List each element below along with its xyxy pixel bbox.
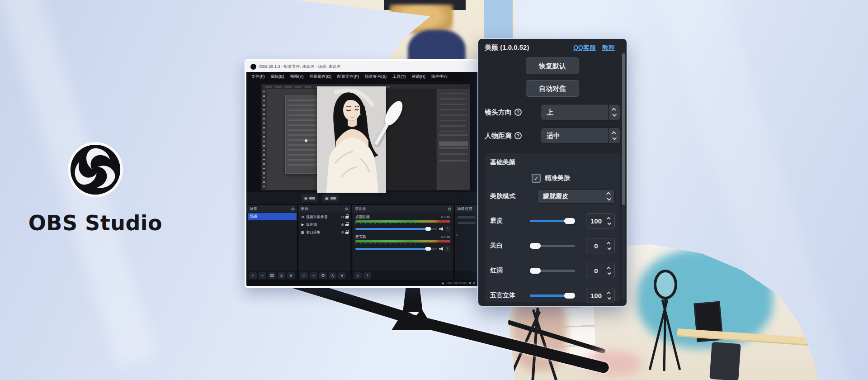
beauty-filter-panel: 美颜 (1.0.0.52) QQ客服 教程 恢复默认 自动对焦 镜头方向 ? 上… [478, 39, 627, 306]
gear-icon[interactable]: ⚙ [448, 207, 451, 211]
spin-arrows-icon[interactable] [606, 267, 612, 275]
volume-slider[interactable] [355, 248, 437, 250]
visibility-icon[interactable]: ⊙ [341, 223, 344, 227]
sources-dock: 来源⚙ ⊛ 视频采集设备 ⊙ ▶ 媒体源 ⊙ ▦ [298, 205, 351, 280]
spin-arrows-icon[interactable] [606, 292, 612, 299]
source-row[interactable]: ⊛ 视频采集设备 ⊙ [299, 213, 350, 221]
autofocus-button[interactable]: 自动对焦 [526, 80, 579, 97]
decor-chair-back [209, 43, 248, 87]
move-down-icon[interactable]: ∨ [287, 272, 295, 279]
filter-icon[interactable]: ▤ [268, 272, 276, 279]
qq-support-link[interactable]: QQ客服 [573, 44, 596, 52]
volume-fill [355, 248, 428, 250]
spin-value: 100 [586, 292, 606, 299]
slider-track[interactable] [530, 245, 575, 247]
value-spinbox[interactable]: 100 [586, 288, 615, 303]
slider-handle[interactable] [564, 293, 575, 299]
mixer-dock: 混音器⚙ 桌面音频 0.0 dB [352, 205, 453, 280]
slider-handle[interactable] [530, 268, 541, 274]
remove-icon[interactable]: − [310, 272, 317, 279]
panel-scrollbar[interactable] [622, 52, 625, 299]
speaker-icon[interactable] [439, 247, 443, 251]
value-spinbox[interactable]: 0 [586, 263, 615, 278]
slider-handle[interactable] [564, 218, 575, 224]
volume-slider[interactable] [355, 228, 437, 230]
value-spinbox[interactable]: 100 [586, 213, 615, 228]
speaker-icon[interactable] [439, 227, 443, 231]
obs-docks: 场景⚙ 场景 +−▤∧∨ 来源⚙ ⊛ 视频采集设备 ⊙ [246, 204, 479, 280]
slider-track[interactable] [530, 294, 575, 297]
advanced-audio-icon[interactable]: = [354, 272, 362, 279]
precise-skin-checkbox[interactable]: ✓ [532, 174, 541, 183]
spin-arrows-icon[interactable] [606, 217, 612, 225]
camera-direction-select[interactable]: 上 [541, 104, 620, 120]
slider-label: 五官立体 [490, 291, 530, 299]
menu-item[interactable]: 帮助(H) [412, 74, 426, 80]
source-row[interactable]: ▦ 窗口采集 ⊙ [299, 228, 350, 236]
scrollbar-thumb[interactable] [622, 53, 625, 205]
obs-branding: OBS Studio [18, 141, 173, 235]
editor-side-panels [436, 89, 470, 190]
slider-fill [530, 294, 570, 297]
slider-track[interactable] [530, 270, 575, 272]
source-row[interactable]: ▶ 媒体源 ⊙ [299, 221, 350, 228]
menu-item[interactable]: 停靠部件(D) [310, 74, 332, 80]
decor-ring-light [654, 270, 677, 299]
add-icon[interactable]: + [249, 272, 257, 279]
add-icon[interactable]: + [300, 272, 308, 279]
menu-item[interactable]: 插件中心 [431, 74, 448, 80]
more-icon[interactable]: ⋮ [363, 272, 371, 279]
mixer-toolbar: =⋮ [352, 271, 453, 280]
paintbrush-graphic [370, 95, 406, 154]
move-down-icon[interactable]: ∨ [338, 272, 346, 279]
group-title: 基础美颜 [490, 158, 615, 166]
spin-arrows-icon[interactable] [606, 242, 612, 250]
channel-menu-button[interactable]: ⋮ [445, 246, 450, 252]
move-up-icon[interactable]: ∧ [278, 272, 285, 279]
restore-defaults-button[interactable]: 恢复默认 [526, 57, 579, 74]
visibility-icon[interactable]: ⊙ [341, 215, 344, 219]
slider-handle[interactable] [530, 243, 541, 249]
beauty-panel-header: 美颜 (1.0.0.52) QQ客服 教程 [485, 43, 620, 52]
help-icon[interactable]: ? [514, 132, 522, 139]
app-name: OBS Studio [18, 211, 173, 235]
source-label: 窗口采集 [306, 230, 340, 235]
menu-item[interactable]: 工具(T) [392, 74, 406, 80]
slider-fill [530, 220, 570, 222]
slider-track[interactable] [530, 220, 575, 222]
scene-row[interactable]: 场景 [248, 213, 297, 220]
skin-mode-select[interactable]: 朦胧磨皮 [537, 189, 615, 204]
visibility-icon[interactable]: ⊙ [341, 230, 344, 234]
properties-icon[interactable]: ⚙ [319, 272, 327, 279]
tutorial-link[interactable]: 教程 [602, 44, 615, 52]
gear-icon[interactable]: ⚙ [345, 207, 349, 211]
spin-value: 0 [586, 242, 606, 250]
layout-button[interactable]: ▣ [322, 194, 339, 202]
menu-item[interactable]: 视图(V) [290, 74, 304, 80]
stats-icon [473, 282, 475, 284]
menu-item[interactable]: 配置文件(P) [337, 74, 359, 80]
gear-icon[interactable]: ⚙ [291, 207, 295, 211]
help-icon[interactable]: ? [514, 109, 522, 116]
pin-button[interactable]: ◉ [302, 194, 318, 202]
remove-icon[interactable]: − [259, 272, 266, 279]
volume-handle[interactable] [425, 247, 431, 251]
menu-item[interactable]: 编辑(E) [271, 74, 284, 80]
select-value: 适中 [547, 132, 560, 140]
channel-menu-button[interactable]: ⋮ [445, 226, 450, 232]
move-up-icon[interactable]: ∧ [329, 272, 336, 279]
media-icon: ▶ [301, 223, 305, 227]
lock-icon[interactable] [345, 224, 349, 226]
menu-item[interactable]: 文件(F) [251, 74, 265, 80]
person-distance-select[interactable]: 适中 [541, 128, 620, 144]
menu-item[interactable]: 场景集合(S) [365, 74, 387, 80]
transitions-dock: 场景过渡 ‹ [455, 205, 478, 280]
skin-mode-row: 美肤模式 朦胧磨皮 [490, 189, 615, 204]
spin-value: 0 [586, 267, 606, 275]
value-spinbox[interactable]: 0 [586, 238, 615, 253]
lock-icon[interactable] [345, 232, 349, 234]
lock-icon[interactable] [345, 216, 349, 218]
collapse-icon[interactable]: ‹ [456, 232, 458, 238]
volume-handle[interactable] [425, 227, 431, 231]
beauty-slider-row: 美白 0 [490, 238, 615, 253]
